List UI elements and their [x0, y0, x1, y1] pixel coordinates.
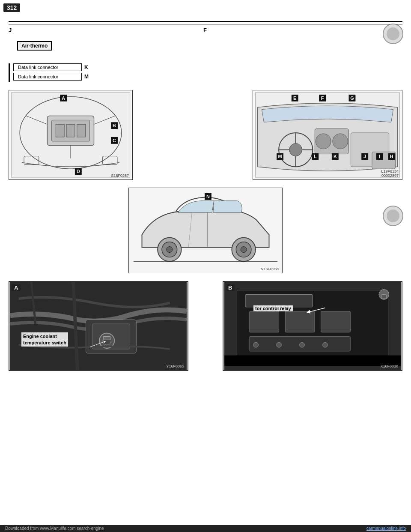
footer: Downloaded from www.Manulife.com search-…	[0, 525, 411, 532]
svg-rect-74	[285, 311, 315, 332]
dashboard-code: L19F0134 00002897	[381, 169, 399, 178]
dashboard-svg: E F G H I J K L M	[253, 90, 402, 179]
section-labels: J F C	[0, 27, 411, 33]
photo-b-label: B	[226, 284, 235, 291]
svg-rect-81	[224, 356, 401, 366]
air-thermo-label: Air-thermo	[17, 41, 52, 51]
photo-b-svg	[223, 282, 402, 370]
svg-text:A: A	[62, 96, 65, 101]
svg-text:G: G	[350, 96, 354, 101]
svg-rect-83	[381, 294, 387, 299]
photo-b: B tor control relay X16F0030	[223, 281, 402, 371]
svg-text:N: N	[206, 194, 210, 199]
svg-point-53	[167, 247, 173, 253]
dashboard-diagram: E F G H I J K L M L19F01	[253, 90, 402, 180]
top-right-icon	[383, 24, 403, 44]
page-number: 312	[3, 3, 20, 12]
svg-text:L: L	[314, 154, 317, 159]
svg-text:E: E	[293, 96, 296, 101]
air-thermo-section: Air-thermo	[9, 37, 402, 51]
svg-point-80	[323, 342, 328, 347]
svg-text:J: J	[363, 154, 366, 159]
section-label-j: J	[9, 27, 12, 33]
svg-rect-7	[66, 124, 75, 137]
engine-bay-svg: A B C D	[9, 90, 132, 179]
data-link-key-1: K	[84, 64, 88, 70]
tor-relay-label: tor control relay	[253, 305, 293, 311]
header-rule-bottom	[9, 24, 402, 24]
section-label-f: F	[203, 27, 207, 33]
bottom-photos: A Engine coolant temperature switch Y16F…	[9, 281, 402, 371]
svg-rect-8	[77, 124, 86, 137]
data-link-row-2: Data link connector M	[13, 73, 89, 81]
data-link-row-1: Data link connector K	[13, 63, 89, 71]
svg-point-28	[316, 134, 331, 149]
svg-rect-73	[250, 311, 279, 332]
photo-a: A Engine coolant temperature switch Y16F…	[9, 281, 188, 371]
diagrams-area: A B C D S16F0257	[9, 90, 402, 180]
car-svg: N	[129, 188, 282, 273]
svg-text:M: M	[278, 154, 282, 159]
svg-text:H: H	[390, 154, 393, 159]
photo-a-code: Y16F0065	[166, 364, 184, 368]
svg-text:K: K	[334, 154, 337, 159]
car-diagram: N V16F0268	[128, 188, 283, 273]
data-link-box-2: Data link connector	[13, 73, 82, 81]
engine-bay-diagram: A B C D S16F0257	[9, 90, 133, 180]
engine-coolant-label: Engine coolant temperature switch	[21, 332, 68, 347]
svg-point-79	[300, 342, 305, 347]
header-rule-top	[9, 21, 402, 22]
svg-rect-67	[104, 337, 110, 340]
photo-a-svg	[9, 282, 188, 370]
svg-text:F: F	[321, 96, 324, 101]
svg-text:I: I	[379, 154, 380, 159]
photo-a-label: A	[12, 284, 21, 291]
svg-point-56	[241, 247, 247, 253]
svg-text:B: B	[113, 123, 116, 128]
data-link-box-1: Data link connector	[13, 63, 82, 71]
data-link-section: Data link connector K Data link connecto…	[9, 63, 402, 82]
photo-b-code: X16F0030	[380, 364, 398, 368]
svg-point-29	[333, 134, 348, 149]
svg-rect-6	[56, 124, 64, 137]
mid-right-icon	[383, 206, 403, 226]
car-diagram-wrapper: N V16F0268	[9, 188, 402, 273]
footer-left: Downloaded from www.Manulife.com search-…	[5, 526, 104, 531]
svg-point-22	[289, 143, 302, 156]
svg-point-78	[277, 342, 282, 347]
svg-point-77	[253, 342, 259, 347]
engine-bay-code: S16F0257	[111, 173, 129, 178]
svg-text:D: D	[77, 169, 80, 174]
footer-right: carmanualonline.info	[366, 526, 406, 531]
header	[0, 2, 411, 24]
car-code: V16F0268	[261, 267, 279, 271]
svg-text:C: C	[113, 138, 116, 143]
svg-rect-75	[321, 311, 351, 332]
data-link-key-2: M	[84, 74, 89, 80]
